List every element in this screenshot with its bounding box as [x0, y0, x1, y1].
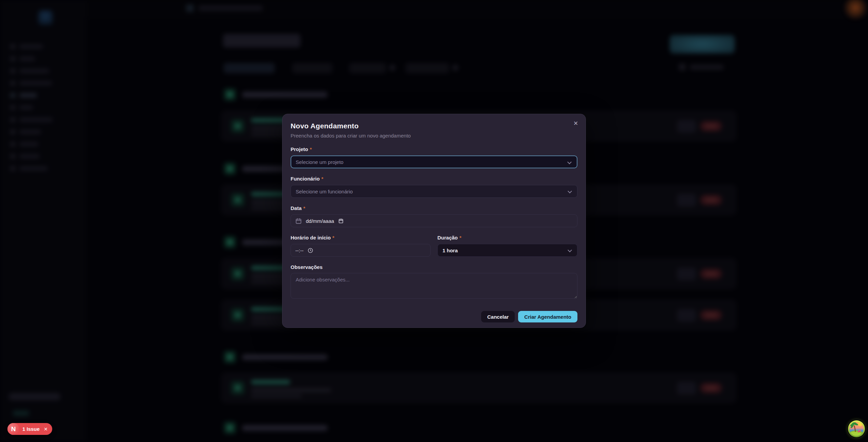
- horario-label-text: Horário de início: [291, 235, 331, 240]
- required-asterisk: *: [310, 146, 312, 152]
- modal-footer: Cancelar Criar Agendamento: [291, 311, 577, 322]
- required-asterisk: *: [459, 235, 461, 240]
- required-asterisk: *: [303, 205, 305, 211]
- app-window: ✕ Novo Agendamento Preencha os dados par…: [0, 0, 868, 442]
- calendar-icon: [295, 218, 302, 224]
- chevron-down-icon: [568, 189, 572, 193]
- projeto-select[interactable]: Selecione um projeto: [291, 155, 577, 168]
- nextjs-logo-icon: N: [7, 423, 19, 435]
- time-duration-row: Horário de início* --:-- Duração* 1 hora: [291, 227, 577, 257]
- projeto-label: Projeto*: [291, 146, 577, 152]
- chevron-down-icon: [567, 160, 572, 164]
- horario-label: Horário de início*: [291, 235, 431, 241]
- duracao-label-text: Duração: [437, 235, 458, 240]
- funcionario-placeholder: Selecione um funcionário: [296, 189, 353, 194]
- duracao-label: Duração*: [437, 235, 577, 241]
- calendar-picker-icon[interactable]: [338, 218, 344, 224]
- data-label-text: Data: [291, 205, 302, 211]
- issues-badge-label: 1 Issue: [22, 426, 40, 432]
- duracao-value: 1 hora: [442, 248, 458, 253]
- horario-placeholder: --:--: [295, 248, 303, 253]
- cancel-button[interactable]: Cancelar: [481, 311, 515, 322]
- horario-input[interactable]: --:--: [291, 244, 431, 257]
- observacoes-label-text: Observações: [291, 264, 322, 270]
- funcionario-select[interactable]: Selecione um funcionário: [291, 185, 577, 198]
- data-input[interactable]: dd/mm/aaaa: [291, 214, 577, 227]
- create-appointment-button[interactable]: Criar Agendamento: [518, 311, 577, 322]
- projeto-placeholder: Selecione um projeto: [296, 159, 343, 165]
- data-label: Data*: [291, 205, 577, 211]
- required-asterisk: *: [321, 176, 323, 182]
- modal-subtitle: Preencha os dados para criar um novo age…: [291, 133, 577, 139]
- badge-close-icon[interactable]: ✕: [44, 426, 48, 432]
- tropical-island-avatar[interactable]: [847, 420, 866, 438]
- clock-icon[interactable]: [308, 248, 313, 253]
- funcionario-label: Funcionário*: [291, 176, 577, 182]
- duracao-select[interactable]: 1 hora: [437, 244, 577, 257]
- novo-agendamento-modal: ✕ Novo Agendamento Preencha os dados par…: [282, 114, 586, 328]
- modal-title: Novo Agendamento: [291, 122, 577, 130]
- observacoes-label: Observações: [291, 264, 577, 270]
- chevron-down-icon: [568, 248, 572, 252]
- funcionario-label-text: Funcionário: [291, 176, 320, 182]
- issues-badge[interactable]: N 1 Issue ✕: [7, 423, 52, 435]
- required-asterisk: *: [332, 235, 334, 240]
- projeto-label-text: Projeto: [291, 146, 308, 152]
- data-placeholder: dd/mm/aaaa: [306, 218, 334, 224]
- observacoes-textarea[interactable]: [291, 273, 577, 299]
- close-icon[interactable]: ✕: [571, 118, 581, 128]
